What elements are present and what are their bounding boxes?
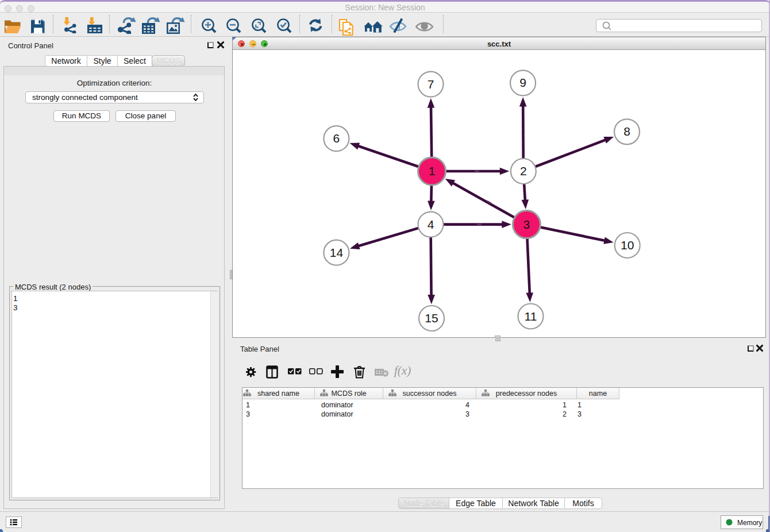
svg-text:3: 3 [523,218,530,231]
svg-text:4: 4 [428,218,434,231]
svg-text:9: 9 [519,76,526,89]
svg-text:2: 2 [520,164,527,178]
svg-text:10: 10 [621,238,634,252]
svg-text:14: 14 [330,246,344,259]
svg-text:15: 15 [425,311,438,325]
svg-text:8: 8 [623,125,630,138]
svg-text:11: 11 [525,310,537,323]
svg-text:7: 7 [428,78,434,91]
svg-text:6: 6 [333,132,340,145]
svg-text:1: 1 [429,164,436,178]
